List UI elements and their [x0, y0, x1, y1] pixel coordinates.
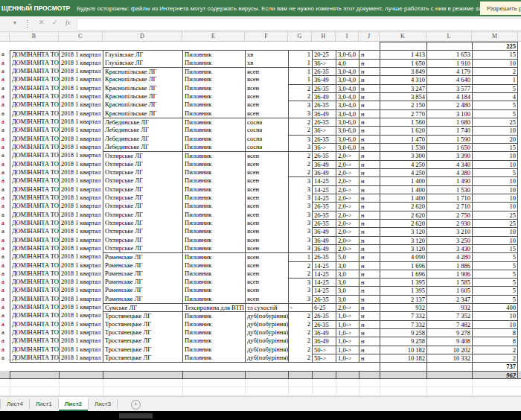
cell-f[interactable] — [245, 387, 288, 395]
cell-h[interactable] — [312, 387, 336, 395]
cell-b[interactable]: ДОМІНАНТА ТОВ — [10, 101, 59, 109]
cell-a[interactable]: а — [0, 92, 10, 101]
cell-m[interactable]: 2 — [472, 354, 518, 362]
cell-c[interactable]: 2018 1 квартал — [59, 168, 103, 176]
cell-d[interactable]: Тростянецьке ЛГ — [103, 337, 182, 345]
cell-d[interactable]: Роменське ЛГ — [103, 252, 182, 261]
cell-i[interactable]: 3,0 — [336, 278, 359, 286]
cell-i[interactable]: 1,0-> — [336, 337, 359, 345]
cell-i[interactable]: 2,0-> — [336, 244, 359, 252]
cell-h[interactable]: 26-35 — [312, 211, 336, 219]
cell-j[interactable]: н — [359, 211, 380, 219]
cell-a[interactable]: а — [0, 118, 10, 126]
cell-h[interactable]: 36-> — [312, 59, 336, 67]
cell-g[interactable]: 2 — [288, 354, 312, 362]
cell-i[interactable]: 3,0-4,0 — [336, 92, 359, 101]
cell-a[interactable]: а — [0, 337, 10, 345]
cell-h[interactable]: 6-25 — [312, 303, 336, 311]
cell-i[interactable]: 3,0 — [336, 286, 359, 294]
cell-m[interactable]: 5 — [472, 286, 518, 294]
cell-i[interactable]: 3,0 — [336, 295, 359, 303]
cell-j[interactable]: н — [359, 328, 380, 337]
cell-d[interactable]: Охтирське ЛГ — [103, 176, 182, 185]
cell-j[interactable]: н — [359, 151, 380, 159]
cell-i[interactable]: 1,0-> — [336, 354, 359, 362]
cell-l[interactable] — [426, 387, 472, 395]
cell-k[interactable] — [380, 371, 426, 378]
cell-e[interactable]: Пиловник — [182, 126, 245, 134]
cell-h[interactable]: 36-49 — [312, 227, 336, 235]
cell-b[interactable]: ДОМІНАНТА ТОВ — [10, 227, 59, 235]
cell-j[interactable]: н — [359, 92, 380, 101]
cell-b[interactable]: ДОМІНАНТА ТОВ — [10, 311, 59, 319]
cell-m[interactable] — [472, 379, 518, 386]
cell-i[interactable]: 3,0-6,0 — [336, 135, 359, 143]
cell-k[interactable]: 9 258 — [380, 337, 426, 345]
cell-e[interactable]: Пиловник — [182, 202, 245, 210]
cell-h[interactable]: 36-49 — [312, 328, 336, 337]
cell-a[interactable]: а — [0, 109, 10, 118]
cell-f[interactable]: ясен — [245, 270, 288, 278]
cell-g[interactable]: 3 — [288, 202, 312, 210]
cell-g[interactable]: 2 — [288, 328, 312, 337]
cell-l[interactable]: 2 930 — [426, 219, 472, 227]
cell-i[interactable]: 1,0-> — [336, 346, 359, 354]
cell-e[interactable]: Пиловник — [182, 286, 245, 294]
cell-d[interactable]: Лебединське ЛГ — [103, 135, 182, 143]
cell-i[interactable]: 4,0 — [336, 59, 359, 67]
cell-d[interactable]: Тростянецьке ЛГ — [103, 328, 182, 337]
cell-m-grand-total[interactable]: 962 — [472, 371, 518, 378]
cell-j[interactable]: н — [359, 227, 380, 235]
cell-h[interactable]: 14-25 — [312, 261, 336, 270]
cell-h[interactable]: 26-35 — [312, 252, 336, 261]
cell-f[interactable]: сосна — [245, 135, 288, 143]
cell-i[interactable]: 5,0 — [336, 252, 359, 261]
cell-h[interactable]: 36-49 — [312, 109, 336, 118]
cell-l[interactable]: 9 408 — [426, 337, 472, 345]
cell-c[interactable]: 2018 1 квартал — [59, 311, 103, 319]
cell-l[interactable]: 9 278 — [426, 328, 472, 337]
cell-l[interactable]: 1 740 — [426, 126, 472, 134]
cell-k[interactable]: 1 696 — [380, 270, 426, 278]
cell-b[interactable] — [10, 379, 59, 386]
cell-m[interactable]: 15 — [472, 50, 518, 58]
cell-j[interactable]: н — [359, 118, 380, 126]
cell-d[interactable]: Охтирське ЛГ — [103, 236, 182, 244]
cell-d[interactable]: Охтирське ЛГ — [103, 202, 182, 210]
cell-c[interactable]: 2018 1 квартал — [59, 270, 103, 278]
cell-e[interactable]: Пиловник — [182, 84, 245, 92]
cell-f[interactable]: ясен — [245, 168, 288, 176]
cell-g[interactable]: 3 — [288, 219, 312, 227]
cell-b[interactable]: ДОМІНАНТА ТОВ — [10, 354, 59, 362]
cell-m[interactable]: 2 — [472, 67, 518, 75]
cell-e[interactable]: Пиловник — [182, 244, 245, 252]
cell-i[interactable] — [336, 379, 359, 386]
cell-k[interactable]: 1 560 — [380, 118, 426, 126]
cell-f[interactable]: хв — [245, 50, 288, 58]
cell-c[interactable]: 2018 1 квартал — [59, 126, 103, 134]
cell-f[interactable] — [245, 371, 288, 378]
cell-k[interactable]: 2 620 — [380, 202, 426, 210]
cell-b[interactable]: ДОМІНАНТА ТОВ — [10, 236, 59, 244]
cell-a[interactable]: а — [0, 286, 10, 294]
cell-m[interactable]: 10 — [472, 320, 518, 328]
cell-k[interactable]: 1 650 — [380, 59, 426, 67]
cell-d[interactable]: Охтирське ЛГ — [103, 211, 182, 219]
cell-l[interactable] — [426, 42, 472, 50]
cell-j[interactable]: н — [359, 311, 380, 319]
cell-f[interactable] — [245, 379, 288, 386]
cell-g[interactable]: 1 — [288, 75, 312, 83]
cell-e[interactable]: Пиловник — [182, 354, 245, 362]
cell-k[interactable]: 1 400 — [380, 194, 426, 202]
cell-f[interactable]: сосна — [245, 126, 288, 134]
cell-c[interactable]: 2018 1 квартал — [59, 143, 103, 151]
cell-b[interactable]: ДОМІНАНТА ТОВ — [10, 286, 59, 294]
cell-d[interactable]: Охтирське ЛГ — [103, 160, 182, 168]
cell-m[interactable] — [472, 387, 518, 395]
cell-a[interactable]: а — [0, 328, 10, 337]
cell-h[interactable] — [312, 379, 336, 386]
cell-b[interactable]: ДОМІНАНТА ТОВ — [10, 151, 59, 159]
cell-f[interactable]: ясен — [245, 244, 288, 252]
cell-i[interactable]: 3,0-6,0 — [336, 143, 359, 151]
cell-l[interactable]: 1 886 — [426, 261, 472, 270]
